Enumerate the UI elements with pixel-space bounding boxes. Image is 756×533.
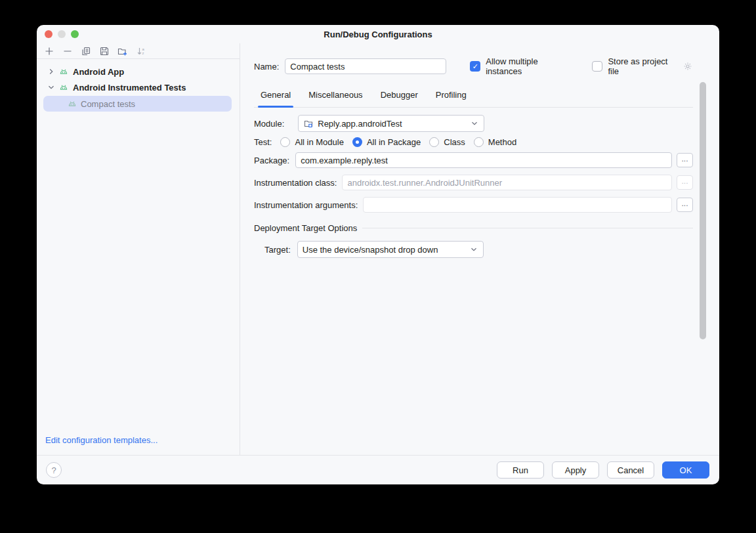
section-divider	[362, 228, 693, 228]
radio-all-in-module[interactable]: All in Module	[280, 137, 343, 147]
sort-configurations-icon[interactable]: a z	[135, 45, 146, 56]
zoom-window-button[interactable]	[71, 30, 79, 38]
target-dropdown[interactable]: Use the device/snapshot drop down	[297, 241, 484, 258]
allow-multiple-instances-checkbox-group[interactable]: ✓ Allow multiple instances	[470, 56, 574, 76]
instrumentation-class-label: Instrumentation class:	[254, 178, 337, 188]
run-button[interactable]: Run	[497, 461, 544, 479]
minimize-window-button	[58, 30, 66, 38]
chevron-down-icon	[470, 119, 479, 128]
radio-selected-icon[interactable]	[352, 137, 362, 147]
instrumentation-arguments-input[interactable]	[363, 197, 672, 213]
save-configuration-icon[interactable]	[98, 45, 110, 56]
chevron-down-icon	[469, 245, 478, 254]
titlebar: Run/Debug Configurations	[37, 25, 719, 43]
store-as-project-file-label: Store as project file	[608, 56, 679, 76]
test-label: Test:	[254, 137, 272, 147]
radio-all-in-package[interactable]: All in Package	[352, 137, 421, 147]
radio-unselected-icon[interactable]	[474, 137, 484, 147]
configurations-sidebar: a z An	[37, 43, 240, 455]
android-icon	[67, 98, 77, 109]
package-label: Package:	[254, 156, 289, 165]
remove-configuration-icon[interactable]	[62, 45, 73, 56]
tab-miscellaneous[interactable]: Miscellaneous	[308, 90, 362, 107]
help-button[interactable]: ?	[46, 462, 62, 478]
radio-class[interactable]: Class	[429, 137, 465, 147]
close-window-button[interactable]	[45, 30, 52, 38]
store-as-project-file-checkbox-group[interactable]: Store as project file	[592, 56, 693, 76]
cancel-button[interactable]: Cancel	[607, 461, 654, 479]
dialog-title: Run/Debug Configurations	[37, 25, 719, 45]
svg-text:a: a	[142, 47, 144, 51]
tree-item-label: Compact tests	[81, 99, 135, 109]
vertical-scrollbar[interactable]	[700, 82, 706, 339]
tree-item-android-app[interactable]: Android App	[37, 64, 240, 79]
instrumentation-class-browse-button: ...	[677, 175, 693, 190]
tab-profiling[interactable]: Profiling	[436, 90, 467, 107]
svg-text:z: z	[142, 51, 144, 55]
window-controls	[45, 30, 79, 38]
tab-general[interactable]: General	[261, 90, 291, 107]
package-browse-button[interactable]: ...	[677, 153, 693, 167]
module-icon	[303, 118, 314, 129]
tree-item-android-instrumented-tests[interactable]: Android Instrumented Tests	[37, 79, 240, 95]
radio-unselected-icon[interactable]	[280, 137, 290, 147]
module-label: Module:	[254, 119, 284, 129]
module-value: Reply.app.androidTest	[318, 119, 466, 129]
new-folder-icon[interactable]	[117, 45, 128, 56]
form-tabs: General Miscellaneous Debugger Profiling	[254, 90, 693, 108]
android-icon	[58, 66, 69, 77]
chevron-right-icon[interactable]	[46, 66, 56, 77]
ok-button[interactable]: OK	[662, 461, 709, 479]
edit-configuration-templates-link[interactable]: Edit configuration templates...	[45, 435, 158, 445]
tree-item-label: Android Instrumented Tests	[73, 83, 186, 93]
module-dropdown[interactable]: Reply.app.androidTest	[298, 115, 484, 132]
radio-unselected-icon[interactable]	[429, 137, 439, 147]
store-settings-gear-icon[interactable]	[682, 61, 693, 72]
configurations-tree: Android App Android Instrumented Tests	[37, 64, 240, 112]
run-debug-configurations-dialog: Run/Debug Configurations	[37, 25, 719, 484]
chevron-down-icon[interactable]	[46, 82, 56, 93]
sidebar-toolbar: a z	[37, 43, 240, 59]
allow-multiple-instances-label: Allow multiple instances	[486, 56, 574, 76]
dialog-footer: ? Run Apply Cancel OK	[37, 455, 719, 484]
configuration-form: Name: ✓ Allow multiple instances Store a…	[240, 43, 719, 455]
checkbox-unchecked-icon[interactable]	[592, 61, 602, 72]
package-input[interactable]	[295, 152, 672, 168]
target-value: Use the device/snapshot drop down	[303, 245, 465, 255]
name-label: Name:	[254, 62, 279, 72]
android-icon	[58, 82, 69, 93]
tree-item-label: Android App	[73, 67, 124, 77]
instrumentation-arguments-label: Instrumentation arguments:	[254, 200, 358, 210]
add-configuration-icon[interactable]	[43, 45, 54, 56]
tree-item-compact-tests-selected[interactable]: Compact tests	[43, 96, 232, 112]
instrumentation-class-input[interactable]	[342, 175, 672, 190]
radio-method[interactable]: Method	[474, 137, 516, 147]
deployment-target-options-heading: Deployment Target Options	[254, 223, 357, 233]
tab-debugger[interactable]: Debugger	[381, 90, 418, 107]
instrumentation-arguments-browse-button[interactable]: ...	[677, 198, 693, 212]
checkbox-checked-icon[interactable]: ✓	[470, 61, 480, 72]
name-input[interactable]	[285, 58, 446, 74]
target-label: Target:	[264, 245, 291, 255]
copy-configuration-icon[interactable]	[80, 45, 91, 56]
apply-button[interactable]: Apply	[552, 461, 599, 479]
